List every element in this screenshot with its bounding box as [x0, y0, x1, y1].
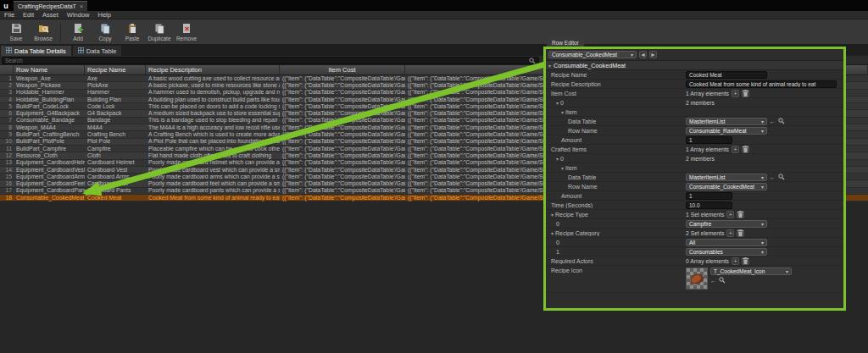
- expander-icon[interactable]: ▾: [561, 109, 564, 115]
- add-element-icon[interactable]: +: [732, 146, 739, 153]
- add-element-icon[interactable]: +: [726, 211, 734, 218]
- browse-button[interactable]: Browse: [30, 23, 57, 41]
- browse-to-asset-icon[interactable]: [719, 277, 726, 284]
- cell-recipe-description: This can be placed on doors to add a cod…: [146, 103, 280, 110]
- trash-icon[interactable]: [742, 90, 749, 97]
- set-count: 2 Set elements: [686, 230, 724, 236]
- close-icon[interactable]: ×: [80, 3, 83, 9]
- menu-edit[interactable]: Edit: [23, 11, 34, 19]
- add-element-icon[interactable]: +: [732, 90, 739, 97]
- browse-icon: [38, 23, 49, 35]
- recipe-icon-thumbnail[interactable]: [686, 268, 708, 290]
- cell-recipe-name: Cardboard Feet: [85, 180, 146, 187]
- remove-button[interactable]: Remove: [173, 23, 200, 41]
- add-element-icon[interactable]: +: [726, 229, 734, 237]
- toolbar: Save Browse Add Copy Paste Duplicate Rem…: [0, 19, 868, 45]
- row-name-dropdown[interactable]: Consumable_RawMeat▾: [686, 127, 767, 135]
- menu-help[interactable]: Help: [97, 11, 110, 19]
- property-row-item-cost: Item Cost 1 Array elements +: [546, 89, 843, 98]
- cell-item-cost: (("Item": ("DataTable":"CompositeDataTab…: [280, 167, 405, 174]
- row-number: 2: [0, 82, 14, 89]
- expander-icon[interactable]: ▾: [556, 156, 559, 162]
- row-number: 5: [0, 103, 14, 110]
- data-table-dropdown[interactable]: MasterItemList▾: [686, 174, 767, 181]
- next-row-button[interactable]: ►: [649, 51, 657, 58]
- row-struct-header[interactable]: ▾ Consumable_CookedMeat: [546, 61, 843, 70]
- property-row-required-actors: Required Actors 0 Array elements +: [546, 256, 843, 266]
- title-bar: u CraftingRecipesDataT ×: [0, 0, 868, 11]
- property-row-item-cost-0: ▾0 2 members: [546, 98, 843, 108]
- document-tab[interactable]: CraftingRecipesDataT ×: [14, 1, 87, 11]
- use-selected-asset-icon[interactable]: ←: [770, 119, 776, 124]
- previous-row-button[interactable]: ◄: [639, 51, 647, 58]
- tab-row-editor[interactable]: Row Editor: [547, 38, 584, 47]
- paste-button[interactable]: Paste: [119, 23, 146, 41]
- add-element-icon[interactable]: +: [732, 257, 739, 265]
- recipe-category-dropdown[interactable]: All▾: [686, 239, 767, 246]
- use-selected-asset-icon[interactable]: ←: [710, 278, 716, 284]
- recipe-icon-dropdown[interactable]: T_CookedMeat_Icon▾: [710, 268, 792, 275]
- trash-icon[interactable]: [737, 229, 744, 237]
- element-index: 0: [560, 156, 564, 162]
- menu-file[interactable]: File: [4, 11, 14, 19]
- cell-row-name: Weapon_Axe: [14, 75, 85, 82]
- recipe-type-dropdown[interactable]: Campfire▾: [686, 220, 767, 228]
- cell-row-name: Weapon_Pickaxe: [14, 82, 85, 89]
- browse-to-asset-icon[interactable]: [778, 174, 785, 181]
- tab-data-table[interactable]: Data Table: [73, 46, 122, 56]
- duplicate-button[interactable]: Duplicate: [146, 23, 173, 41]
- header-item-cost[interactable]: Item Cost: [280, 65, 405, 74]
- recipe-category-dropdown[interactable]: Consumables▾: [686, 248, 767, 256]
- copy-button[interactable]: Copy: [92, 23, 119, 41]
- expander-icon[interactable]: ▾: [556, 100, 559, 106]
- cell-recipe-description: Cooked Meat from some kind of animal rea…: [146, 195, 280, 201]
- element-index: 0: [556, 221, 559, 227]
- expander-icon[interactable]: ▾: [561, 165, 564, 171]
- menu-window[interactable]: Window: [67, 11, 90, 19]
- save-button[interactable]: Save: [3, 23, 30, 41]
- trash-icon[interactable]: [737, 211, 744, 218]
- row-name-dropdown[interactable]: Consumable_CookedMeat▾: [686, 183, 767, 190]
- property-row-recipe-icon: Recipe Icon T_CookedMeat_Icon▾ ←: [546, 266, 843, 293]
- property-label: Recipe Name: [551, 72, 587, 78]
- row-number: 17: [0, 187, 14, 194]
- use-selected-asset-icon[interactable]: ←: [770, 174, 776, 180]
- grid-icon: [6, 47, 12, 55]
- array-count: 1 Array elements: [686, 91, 729, 97]
- amount-field[interactable]: 1: [686, 136, 732, 144]
- cell-item-cost: (("Item": ("DataTable":"CompositeDataTab…: [280, 82, 405, 89]
- trash-icon[interactable]: [742, 146, 749, 153]
- browse-to-asset-icon[interactable]: [778, 118, 785, 125]
- search-box[interactable]: [2, 57, 539, 64]
- trash-icon[interactable]: [742, 257, 749, 265]
- tab-data-table-details[interactable]: Data Table Details: [1, 46, 71, 56]
- add-button[interactable]: Add: [64, 23, 92, 41]
- search-input[interactable]: [5, 58, 526, 63]
- cell-recipe-description: A building plan used to construct build …: [146, 97, 280, 103]
- remove-icon: [181, 23, 192, 35]
- chevron-down-icon: ▾: [761, 249, 764, 255]
- property-row-recipe-category: ▾Recipe Category 2 Set elements +: [546, 229, 843, 238]
- recipe-name-field[interactable]: Cooked Meat: [686, 71, 767, 79]
- property-row-crafted-items-row-name: Row Name Consumable_CookedMeat▾: [546, 182, 843, 191]
- expander-icon[interactable]: ▾: [551, 212, 554, 218]
- cell-recipe-name: Code Lock: [85, 103, 146, 110]
- cell-item-cost: (("Item": ("DataTable":"CompositeDataTab…: [280, 174, 405, 180]
- amount-field[interactable]: 1: [686, 192, 732, 200]
- cell-recipe-description: A medium sized backpack use to store ess…: [146, 110, 280, 117]
- cell-recipe-description: The M4A4 is a high accuracy and low reco…: [146, 124, 280, 131]
- time-seconds-field[interactable]: 10.0: [686, 201, 732, 209]
- recipe-description-field[interactable]: Cooked Meat from some kind of animal rea…: [686, 80, 837, 88]
- cell-recipe-name: Cardboard Vest: [85, 167, 146, 174]
- expander-icon: ▾: [548, 63, 551, 69]
- element-index: 1: [556, 249, 559, 255]
- menu-asset[interactable]: Asset: [42, 11, 58, 19]
- row-selector-dropdown[interactable]: Consumable_CookedMeat▾: [548, 51, 637, 58]
- property-label: Item: [565, 165, 577, 171]
- header-row-name[interactable]: Row Name: [14, 65, 85, 74]
- expander-icon[interactable]: ▾: [551, 230, 554, 236]
- header-recipe-description[interactable]: Recipe Description: [146, 65, 280, 74]
- data-table-dropdown[interactable]: MasterItemList▾: [686, 118, 767, 125]
- cell-item-cost: (("Item": ("DataTable":"CompositeDataTab…: [280, 110, 405, 117]
- header-recipe-name[interactable]: Recipe Name: [85, 65, 146, 74]
